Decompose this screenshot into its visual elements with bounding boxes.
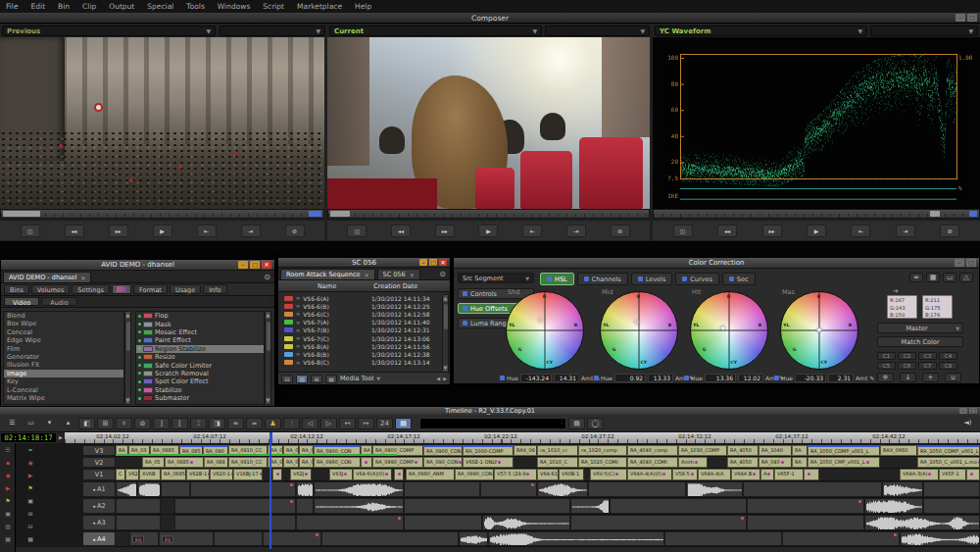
fast-forward-button[interactable]: ▸▸ [109,225,128,237]
bank-button-c8[interactable]: C8 [939,362,957,370]
master-dropdown[interactable]: Master ▼ [877,323,963,333]
video-clip[interactable]: V65F-1 [774,469,804,480]
track-button-v1[interactable]: V1 [82,469,116,480]
audio-clip[interactable] [570,498,610,514]
video-clip[interactable] [272,469,282,480]
audio-clip[interactable] [459,531,488,546]
effect-stabilize[interactable]: Stabilize [136,386,264,394]
video-clip[interactable]: V6V-5(C) [590,469,627,480]
enable-led-icon[interactable] [684,376,689,380]
video-clip[interactable]: V63J [329,469,353,480]
bank-button-c3[interactable]: C3 [918,352,937,360]
audio-clip[interactable] [743,481,882,497]
video-clip[interactable]: V64A B [731,469,760,480]
maximize-icon[interactable]: □ [429,259,437,266]
table-row[interactable]: ≡V56-7(C)1/30/2012 14:13:06 [278,334,443,342]
minimize-icon[interactable]: – [959,408,967,414]
scroll-up-icon[interactable]: ▲ [266,312,270,319]
sequence-bin-titlebar[interactable]: SC 056 – □ ✕ [278,258,450,268]
enable-led-icon[interactable] [774,376,779,380]
splice-in-button[interactable]: ◧ [78,418,95,429]
video-clip[interactable]: V16BJ-17 [233,469,263,480]
table-row[interactable]: ≡V56-6(A)1/30/2012 14:11:34 [278,294,443,302]
rewind-button[interactable]: ◂◂ [717,225,737,237]
keyframe-button[interactable]: ♟ [265,418,281,429]
effect-mosaic-effect[interactable]: Mosaic Effect [136,328,264,336]
table-row[interactable]: ≡V56-6(B)1/30/2012 14:12:25 [278,302,443,310]
table-row[interactable]: ≡V56-7(B)1/30/2012 14:12:31 [278,326,443,334]
effect-paint-effect[interactable]: Paint Effect [136,336,264,344]
bank-button-c1[interactable]: C1 [877,352,896,360]
video-clip[interactable]: V62J [290,469,312,480]
effect-scratch-removal[interactable]: Scratch Removal [136,370,264,377]
track-button-a1[interactable]: ◂A1 [82,481,116,497]
video-clip[interactable]: RA [792,457,808,468]
table-row[interactable]: ≡V56-8(A)1/30/2012 14:11:56 [278,342,443,350]
video-clip[interactable]: RA_1050_COMP_v001_L [808,445,880,456]
script-view-icon[interactable]: ▤ [325,375,337,383]
maximize-icon[interactable]: □ [250,261,260,269]
update-icon[interactable]: ∪ [945,373,961,382]
tool-palette-icon-6[interactable]: ⊟ [18,523,43,529]
track-button-a3[interactable]: ◂A3 [82,515,116,530]
media-tool-label[interactable]: Media Tool [340,375,373,382]
audio-clip[interactable] [482,515,570,530]
bank-button-c2[interactable]: C2 [898,352,916,360]
category-image[interactable]: Image [4,370,123,377]
audio-clip[interactable] [404,498,570,514]
rewind-button[interactable]: ◂◂ [391,225,411,237]
step-forward-button[interactable]: ⇥ [896,225,915,237]
audio-clip[interactable] [161,481,190,497]
cc-tab-curves[interactable]: Curves [675,273,719,285]
hue-value-field[interactable]: 13.36 [705,374,736,382]
video-clip[interactable]: RA_0900_CON [423,445,463,456]
trim-right-button[interactable]: ▷ [320,418,337,429]
category-film[interactable]: Film [4,345,123,353]
split-screen-button[interactable]: ◫ [21,225,40,237]
left-strip-icon-4[interactable]: ⚑ [2,496,14,505]
amt-value-field[interactable]: 12.02 [738,374,763,382]
frame-view-icon[interactable]: ⊞ [311,375,322,383]
video-clip[interactable]: V6SE-1 ONLY [463,457,514,468]
menu-item-help[interactable]: Help [355,2,371,11]
menu-item-bin[interactable]: Bin [58,2,70,11]
track-button-a4[interactable]: ◂A4 [82,531,116,546]
previous-monitor-menu[interactable]: Previous ▼ [2,25,216,36]
hue-wheel-mas[interactable]: RBCYGYL✚ [780,291,858,370]
mark-out-button[interactable]: ] [153,418,170,429]
audio-clip[interactable]: EQ [129,531,159,546]
frame-icon[interactable]: ▭ [943,273,956,282]
category-matrix-wipe[interactable]: Matrix Wipe [4,394,123,402]
effect-mask[interactable]: Mask [136,320,264,327]
video-clip[interactable]: RA_0960_CON [314,457,361,468]
tool-palette-icon-0[interactable]: ≖ [18,446,43,453]
category-generator[interactable]: Generator [4,353,123,361]
effect-flop[interactable]: Flop [136,312,264,320]
video-clip[interactable]: V64A-4(A [698,469,731,480]
bank-button-c7[interactable]: C7 [918,362,937,370]
tool-palette-icon-1[interactable]: ◉ [18,459,43,466]
audio-clip[interactable] [404,481,480,497]
video-clip[interactable]: V62B-1 [186,469,210,480]
quick-transition-button[interactable]: ◨ [209,418,225,429]
fast-forward-button[interactable]: ▸▸ [762,225,782,237]
current-monitor-spare-menu[interactable]: ▼ [545,25,650,36]
table-row[interactable]: ≡V56-8(C)1/30/2012 14:13:14 [278,359,443,367]
amt-value-field[interactable]: 2.31 [828,374,854,382]
video-clip[interactable]: RA_0 [299,457,314,468]
track-button-v3[interactable]: V3 [82,445,116,456]
video-clip[interactable]: RA_1020_COMI [578,457,627,468]
minimize-icon[interactable]: – [238,261,248,269]
audio-clip[interactable] [137,481,161,497]
video-clip[interactable]: RA_4050 [727,457,759,468]
video-clip[interactable]: V65F-1 [939,469,966,480]
audio-clip[interactable] [747,498,864,514]
timeline-ruler[interactable]: 02:14:02:1202:14:07:1202:14:12:1202:14:1… [65,432,980,443]
clip-scrollbar[interactable]: ▲ ▼ [442,294,449,373]
match-color-button[interactable]: Match Color [877,336,963,347]
left-strip-icon-0[interactable]: ☰ [2,445,14,454]
hue-wheel-hlt[interactable]: RBCYGYL✚ [690,291,768,370]
audio-clip[interactable] [263,531,321,546]
video-clip[interactable]: RA_1010_C [537,457,578,468]
category-l-conceal[interactable]: L-Conceal [4,386,123,394]
